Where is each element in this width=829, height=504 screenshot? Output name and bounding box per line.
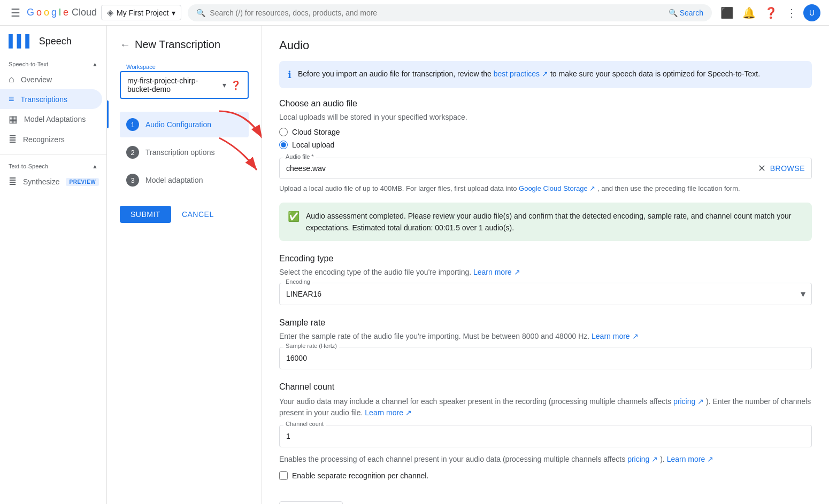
step-1-label: Audio Configuration: [145, 120, 211, 129]
sidebar-divider: [0, 154, 106, 154]
app-layout: ▌▌▌ Speech Speech-to-Text ▲ ⌂ Overview ≡…: [0, 26, 829, 504]
workspace-help-icon[interactable]: ❓: [231, 80, 241, 90]
file-input-row: ✕ BROWSE: [279, 158, 812, 179]
cloud-storage-option[interactable]: Cloud Storage: [279, 128, 812, 136]
pricing-link1[interactable]: pricing ↗: [673, 397, 706, 406]
browse-button[interactable]: BROWSE: [770, 164, 805, 173]
left-panel: ← New Transcription Workspace my-first-p…: [107, 26, 262, 504]
audio-source-radio-group: Cloud Storage Local upload: [279, 128, 812, 149]
chevron-up-icon: ▲: [92, 61, 98, 67]
google-cloud-storage-link[interactable]: Google Cloud Storage ↗: [519, 184, 597, 192]
local-upload-option[interactable]: Local upload: [279, 141, 812, 149]
local-upload-label: Local upload: [292, 141, 334, 149]
chevron-up-icon: ▲: [92, 163, 98, 169]
speech-app-icon: ▌▌▌: [9, 34, 34, 48]
sidebar-item-synthesize[interactable]: ≣ Synthesize PREVIEW: [0, 172, 102, 192]
step-2-number: 2: [126, 146, 139, 159]
recognizers-icon: ≣: [9, 134, 17, 145]
workspace-dropdown-icon: ▾: [222, 81, 226, 89]
success-icon: ✅: [288, 211, 300, 222]
encoding-learn-more-link[interactable]: Learn more ↗: [473, 268, 520, 276]
sample-rate-learn-more-link[interactable]: Learn more ↗: [592, 332, 638, 340]
sample-rate-section: Sample rate Enter the sample rate of the…: [279, 318, 812, 369]
workspace-label: Workspace: [124, 64, 249, 70]
action-buttons: SUBMIT CANCEL: [120, 206, 249, 223]
channel-count-learn-more-link[interactable]: Learn more ↗: [365, 408, 411, 417]
notifications-button[interactable]: 🔔: [740, 4, 758, 21]
cancel-button[interactable]: CANCEL: [175, 206, 220, 223]
more-options-button[interactable]: ⋮: [784, 4, 799, 21]
right-panel: Audio ℹ Before you import an audio file …: [262, 26, 829, 504]
topbar-right: ⬛ 🔔 ❓ ⋮ U: [718, 4, 820, 21]
clear-file-button[interactable]: ✕: [758, 162, 766, 174]
sidebar-item-label: Overview: [21, 75, 52, 84]
external-link-icon8: ↗: [707, 455, 713, 463]
audio-section-title: Audio: [279, 38, 812, 52]
external-link-icon7: ↗: [651, 455, 658, 463]
back-header: ← New Transcription: [120, 38, 249, 51]
channel-count-input[interactable]: [279, 425, 812, 447]
sidebar-item-transcriptions[interactable]: ≡ Transcriptions: [0, 89, 102, 109]
channel-count-title: Channel count: [279, 382, 812, 392]
topbar: ☰ Google Cloud ◈ My First Project ▾ 🔍 🔍 …: [0, 0, 829, 26]
sample-rate-label: Sample rate (Hertz): [283, 343, 339, 349]
sample-rate-title: Sample rate: [279, 318, 812, 328]
sample-rate-input[interactable]: [279, 347, 812, 369]
encoding-select[interactable]: LINEAR16 FLAC MULAW AMR AMR_WB OGG_OPUS …: [279, 283, 812, 305]
info-text: Before you import an audio file for tran…: [298, 68, 760, 80]
audio-file-label: Audio file *: [283, 153, 316, 160]
choose-audio-title: Choose an audio file: [279, 99, 812, 108]
best-practices-link[interactable]: best practices ↗: [494, 69, 550, 78]
avatar[interactable]: U: [803, 4, 820, 21]
encoding-desc: Select the encoding type of the audio fi…: [279, 268, 812, 276]
search-bar-icon: 🔍: [196, 9, 205, 17]
content-area: ← New Transcription Workspace my-first-p…: [107, 26, 829, 504]
choose-audio-section: Choose an audio file Local uploads will …: [279, 99, 812, 241]
home-icon: ⌂: [9, 74, 14, 85]
project-name: My First Project: [117, 9, 168, 17]
project-selector[interactable]: ◈ My First Project ▾: [101, 5, 181, 20]
preview-badge: PREVIEW: [66, 178, 99, 186]
sidebar-item-model-adaptations[interactable]: ▦ Model Adaptations: [0, 109, 102, 129]
search-button[interactable]: 🔍 Search: [669, 9, 703, 17]
separate-recognition-checkbox[interactable]: [279, 471, 288, 480]
encoding-title: Encoding type: [279, 254, 812, 263]
step-1[interactable]: 1 Audio Configuration: [120, 112, 249, 137]
sidebar-item-label: Recognizers: [23, 135, 65, 144]
search-bar: 🔍 🔍 Search: [188, 4, 712, 21]
local-upload-radio[interactable]: [279, 141, 288, 149]
audio-file-input[interactable]: [286, 164, 754, 173]
sidebar-item-overview[interactable]: ⌂ Overview: [0, 69, 102, 89]
checkbox-label: Enable separate recognition per channel.: [292, 471, 428, 480]
step-3[interactable]: 3 Model adaptation: [120, 167, 249, 193]
google-logo: Google Cloud: [27, 7, 97, 18]
hamburger-menu-button[interactable]: ☰: [9, 4, 22, 21]
stepper: 1 Audio Configuration 2 Transcription op…: [120, 112, 249, 193]
separate-recognition-checkbox-row: Enable separate recognition per channel.: [279, 471, 812, 480]
cloud-storage-radio[interactable]: [279, 128, 288, 136]
help-button[interactable]: ❓: [762, 4, 780, 21]
encoding-section: Encoding type Select the encoding type o…: [279, 254, 812, 305]
pricing-link2[interactable]: pricing ↗: [627, 455, 660, 463]
step-3-number: 3: [126, 174, 139, 187]
step-1-number: 1: [126, 118, 139, 131]
workspace-selector[interactable]: my-first-project-chirp-bucket-demo ▾ ❓: [120, 71, 249, 99]
sample-rate-desc: Enter the sample rate of the audio file …: [279, 332, 812, 340]
project-dropdown-icon: ▾: [172, 9, 175, 17]
terminal-button[interactable]: ⬛: [718, 4, 736, 21]
processing-learn-more-link[interactable]: Learn more ↗: [667, 455, 713, 463]
encoding-select-wrap: Encoding LINEAR16 FLAC MULAW AMR AMR_WB …: [279, 283, 812, 305]
project-icon: ◈: [107, 7, 113, 18]
external-link-icon6: ↗: [405, 408, 412, 417]
back-button[interactable]: ←: [120, 38, 131, 51]
topbar-left: ☰ Google Cloud ◈ My First Project ▾: [9, 4, 181, 21]
text-to-speech-section[interactable]: Text-to-Speech ▲: [0, 159, 106, 172]
choose-audio-desc: Local uploads will be stored in your spe…: [279, 113, 812, 121]
continue-button[interactable]: CONTINUE: [279, 501, 343, 504]
external-link-icon: ↗: [542, 69, 548, 78]
search-input[interactable]: [210, 9, 664, 17]
submit-button[interactable]: SUBMIT: [120, 206, 171, 223]
step-2[interactable]: 2 Transcription options: [120, 139, 249, 165]
speech-to-text-section[interactable]: Speech-to-Text ▲: [0, 57, 106, 69]
sidebar-item-recognizers[interactable]: ≣ Recognizers: [0, 129, 102, 150]
